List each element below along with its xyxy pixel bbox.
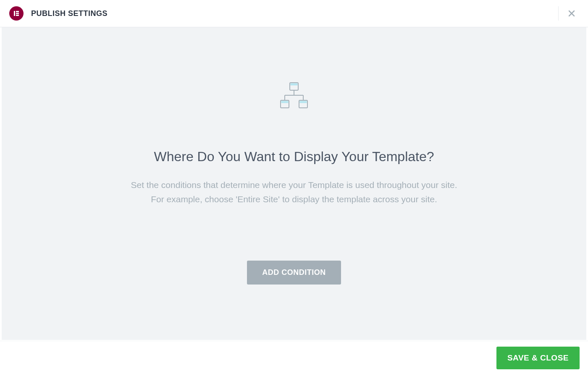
svg-rect-0 — [14, 11, 15, 16]
svg-rect-13 — [300, 101, 307, 103]
main-heading: Where Do You Want to Display Your Templa… — [154, 149, 434, 164]
description-line-2: For example, choose 'Entire Site' to dis… — [151, 194, 437, 204]
svg-rect-2 — [16, 13, 19, 14]
modal-content: Where Do You Want to Display Your Templa… — [2, 27, 586, 340]
modal-footer: SAVE & CLOSE — [0, 341, 588, 374]
sitemap-icon — [279, 82, 309, 111]
header-divider — [558, 6, 559, 21]
close-button[interactable] — [565, 7, 578, 20]
elementor-logo — [9, 6, 24, 21]
description-text: Set the conditions that determine where … — [131, 178, 457, 206]
modal-title: PUBLISH SETTINGS — [31, 9, 108, 18]
description-line-1: Set the conditions that determine where … — [131, 180, 457, 190]
save-close-button[interactable]: SAVE & CLOSE — [496, 347, 580, 369]
svg-rect-5 — [291, 84, 298, 86]
elementor-logo-icon — [13, 10, 20, 17]
add-condition-button[interactable]: ADD CONDITION — [247, 261, 341, 285]
svg-rect-1 — [16, 11, 19, 12]
close-icon — [567, 9, 576, 18]
svg-rect-11 — [281, 101, 289, 103]
svg-rect-3 — [16, 15, 19, 16]
modal-header: PUBLISH SETTINGS — [0, 0, 588, 27]
